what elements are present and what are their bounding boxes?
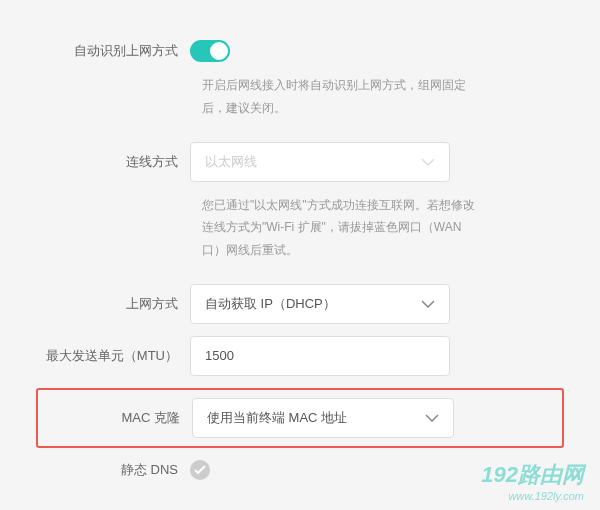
- connection-type-label: 连线方式: [40, 153, 190, 171]
- mac-clone-row: MAC 克隆 使用当前终端 MAC 地址: [36, 388, 564, 448]
- mtu-input[interactable]: [205, 348, 435, 363]
- connection-type-row: 连线方式 以太网线: [40, 142, 560, 182]
- auto-detect-row: 自动识别上网方式: [40, 40, 560, 62]
- settings-form: 自动识别上网方式 开启后网线接入时将自动识别上网方式，组网固定后，建议关闭。 连…: [0, 0, 600, 510]
- mac-clone-select[interactable]: 使用当前终端 MAC 地址: [192, 398, 454, 438]
- chevron-down-icon: [421, 158, 435, 166]
- connection-type-value: 以太网线: [205, 153, 257, 171]
- mac-clone-value: 使用当前终端 MAC 地址: [207, 409, 347, 427]
- internet-mode-row: 上网方式 自动获取 IP（DHCP）: [40, 284, 560, 324]
- mtu-input-wrapper: [190, 336, 450, 376]
- mtu-label: 最大发送单元（MTU）: [40, 347, 190, 365]
- static-dns-toggle[interactable]: [190, 460, 210, 480]
- connection-type-help: 您已通过"以太网线"方式成功连接互联网。若想修改连线方式为"Wi-Fi 扩展"，…: [202, 194, 482, 262]
- check-icon: [194, 465, 206, 475]
- watermark-url: www.192ly.com: [481, 490, 584, 502]
- watermark: 192路由网 www.192ly.com: [481, 460, 584, 502]
- auto-detect-toggle[interactable]: [190, 40, 230, 62]
- watermark-title: 192路由网: [481, 460, 584, 490]
- mac-clone-label: MAC 克隆: [38, 409, 192, 427]
- auto-detect-label: 自动识别上网方式: [40, 42, 190, 60]
- connection-type-select: 以太网线: [190, 142, 450, 182]
- chevron-down-icon: [421, 300, 435, 308]
- chevron-down-icon: [425, 414, 439, 422]
- internet-mode-label: 上网方式: [40, 295, 190, 313]
- static-dns-label: 静态 DNS: [40, 461, 190, 479]
- internet-mode-select[interactable]: 自动获取 IP（DHCP）: [190, 284, 450, 324]
- internet-mode-value: 自动获取 IP（DHCP）: [205, 295, 336, 313]
- toggle-knob: [210, 42, 228, 60]
- auto-detect-help: 开启后网线接入时将自动识别上网方式，组网固定后，建议关闭。: [202, 74, 482, 120]
- mtu-row: 最大发送单元（MTU）: [40, 336, 560, 376]
